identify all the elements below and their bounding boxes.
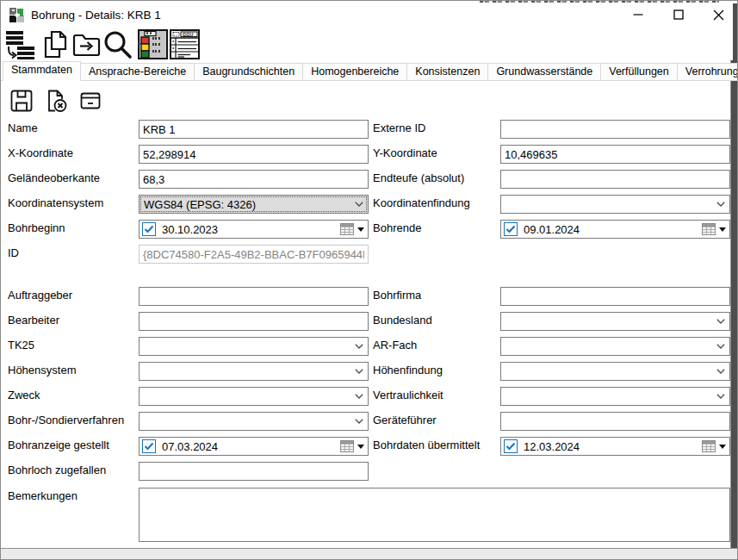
- borehole-log-icon: [138, 29, 168, 59]
- koordinatenfindung-label: Koordinatenfindung: [373, 196, 470, 211]
- bohrende-checkbox[interactable]: [504, 222, 518, 236]
- name-input[interactable]: [139, 120, 369, 139]
- vertraulichkeit-select[interactable]: [500, 387, 730, 406]
- tab-verfuellungen[interactable]: Verfüllungen: [601, 63, 678, 81]
- zweck-select[interactable]: [139, 387, 369, 406]
- id-label: ID: [8, 246, 19, 261]
- tk25-select[interactable]: [139, 337, 369, 356]
- form-row: Bohranzeige gestellt 07.03.2024 Bohrdate…: [1, 437, 733, 456]
- tab-ansprache-bereiche[interactable]: Ansprache-Bereiche: [81, 63, 195, 81]
- bohrdaten-date-value[interactable]: 12.03.2024: [524, 440, 580, 453]
- ggu-form-button[interactable]: GGU: [169, 28, 200, 59]
- form-row: Zweck Vertraulichkeit: [1, 387, 733, 406]
- auftraggeber-label: Auftraggeber: [8, 288, 72, 303]
- bohrfirma-input[interactable]: [500, 287, 730, 306]
- koordinatenfindung-select[interactable]: [500, 195, 730, 214]
- endteufe-input[interactable]: [500, 170, 730, 189]
- bearbeiter-input[interactable]: [139, 312, 369, 331]
- bohrbeginn-calendar-dropdown[interactable]: [340, 223, 365, 235]
- ar-fach-select[interactable]: [500, 337, 730, 356]
- bohrbeginn-date-field[interactable]: 30.10.2023: [139, 220, 369, 239]
- bohranzeige-label: Bohranzeige gestellt: [8, 438, 109, 453]
- maximize-button[interactable]: [664, 3, 693, 27]
- bohranzeige-date-field[interactable]: 07.03.2024: [139, 437, 369, 456]
- bundesland-select[interactable]: [500, 312, 730, 331]
- bohrbeginn-date-value[interactable]: 30.10.2023: [162, 223, 218, 236]
- bohranzeige-date-value[interactable]: 07.03.2024: [162, 440, 218, 453]
- close-button[interactable]: [704, 3, 733, 27]
- form-row: ID: [1, 245, 733, 264]
- dropdown-arrow-icon: [357, 445, 364, 449]
- bohrende-date-field[interactable]: 09.01.2024: [500, 220, 730, 239]
- checkmark-icon: [505, 225, 516, 233]
- hoehenfindung-select[interactable]: [500, 362, 730, 381]
- bundesland-label: Bundesland: [373, 313, 432, 328]
- copy-rows-icon: [5, 29, 35, 59]
- dropdown-arrow-icon: [719, 445, 726, 449]
- search-button[interactable]: [102, 28, 133, 59]
- geraetefuehrer-input[interactable]: [500, 412, 730, 431]
- calendar-icon: [702, 440, 716, 452]
- chevron-down-icon: [355, 369, 363, 374]
- form-row: Bohrbeginn 30.10.2023 Bohrende 09.01.202…: [1, 220, 733, 239]
- checkmark-icon: [144, 225, 154, 233]
- form-row: Bohr-/Sondierverfahren Geräteführer: [1, 412, 733, 431]
- minimize-button[interactable]: [623, 3, 653, 27]
- id-input: [139, 245, 369, 264]
- tab-baugrundschichten[interactable]: Baugrundschichten: [195, 63, 303, 81]
- bohrdaten-checkbox[interactable]: [504, 439, 518, 453]
- bohrende-label: Bohrende: [373, 221, 421, 236]
- externe-id-label: Externe ID: [373, 121, 425, 136]
- tab-stammdaten[interactable]: Stammdaten: [3, 61, 81, 81]
- bohrloch-zugefallen-label: Bohrloch zugefallen: [8, 463, 106, 478]
- tab-homogenbereiche[interactable]: Homogenbereiche: [303, 63, 407, 81]
- form-row: Koordinatensystem WGS84 (EPSG: 4326) Koo…: [1, 195, 733, 214]
- discard-record-button[interactable]: [42, 87, 70, 115]
- calendar-icon: [340, 223, 354, 235]
- bohrbeginn-label: Bohrbeginn: [8, 221, 65, 236]
- x-koordinate-label: X-Koordinate: [8, 146, 73, 161]
- bohranzeige-checkbox[interactable]: [142, 439, 156, 453]
- export-folder-icon: [71, 29, 102, 59]
- chevron-down-icon: [716, 394, 725, 399]
- gelaendeoberkante-input[interactable]: [139, 170, 369, 189]
- discard-record-icon: [44, 89, 68, 113]
- y-koordinate-input[interactable]: [500, 145, 730, 164]
- bohranzeige-calendar-dropdown[interactable]: [340, 440, 365, 452]
- borehole-log-button[interactable]: [137, 28, 168, 59]
- form-row: Bearbeiter Bundesland: [1, 312, 733, 331]
- search-icon: [102, 29, 133, 59]
- bohrdaten-calendar-dropdown[interactable]: [702, 440, 727, 452]
- bohrbeginn-checkbox[interactable]: [142, 222, 156, 236]
- hoehenfindung-label: Höhenfindung: [373, 363, 443, 378]
- copy-rows-button[interactable]: [4, 28, 35, 59]
- bohrverfahren-label: Bohr-/Sondierverfahren: [8, 413, 124, 428]
- bohrverfahren-select[interactable]: [139, 412, 369, 431]
- auftraggeber-input[interactable]: [139, 287, 369, 306]
- externe-id-input[interactable]: [500, 120, 730, 139]
- bemerkungen-textarea[interactable]: [139, 488, 730, 542]
- form-row: X-Koordinate Y-Koordinate: [1, 145, 733, 164]
- chevron-down-icon: [355, 394, 363, 399]
- x-koordinate-input[interactable]: [139, 145, 369, 164]
- koordinatensystem-select[interactable]: WGS84 (EPSG: 4326): [139, 195, 369, 214]
- archive-box-button[interactable]: [77, 87, 104, 115]
- tab-verrohrungen[interactable]: Verrohrungen: [678, 63, 738, 81]
- window-bottom-resize-edge: [1, 548, 737, 559]
- maximize-icon: [674, 10, 683, 19]
- dropdown-arrow-icon: [357, 227, 364, 232]
- tab-grundwasserstaende[interactable]: Grundwasserstände: [488, 63, 601, 81]
- endteufe-label: Endteufe (absolut): [373, 171, 464, 186]
- hoehensystem-select[interactable]: [139, 362, 369, 381]
- bohrende-calendar-dropdown[interactable]: [702, 223, 727, 235]
- save-button[interactable]: [8, 87, 35, 115]
- export-folder-button[interactable]: [71, 28, 102, 59]
- chevron-down-icon: [716, 369, 725, 374]
- bohrdaten-date-field[interactable]: 12.03.2024: [500, 437, 730, 456]
- dropdown-arrow-icon: [719, 227, 726, 232]
- copy-document-button[interactable]: [40, 28, 71, 59]
- bohrende-date-value[interactable]: 09.01.2024: [524, 223, 580, 236]
- tab-konsistenzen[interactable]: Konsistenzen: [407, 63, 488, 81]
- chevron-down-icon: [716, 202, 725, 207]
- bohrloch-zugefallen-input[interactable]: [139, 462, 369, 481]
